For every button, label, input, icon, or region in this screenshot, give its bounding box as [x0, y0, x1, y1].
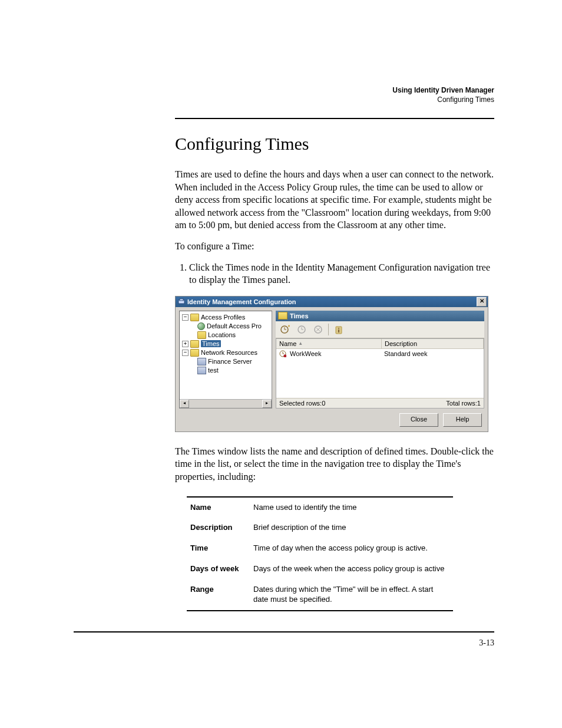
- server-icon: [197, 358, 206, 365]
- expander-minus-icon[interactable]: −: [182, 314, 189, 321]
- server-icon: [197, 367, 206, 374]
- info-icon[interactable]: [331, 322, 346, 337]
- delete-time-icon[interactable]: [310, 322, 326, 337]
- svg-rect-7: [338, 330, 339, 332]
- svg-point-9: [284, 355, 286, 357]
- bottom-rule: [74, 631, 494, 633]
- tree-access-profiles[interactable]: Access Profiles: [201, 314, 245, 321]
- close-button[interactable]: Close: [399, 413, 438, 427]
- tree-finance-server[interactable]: Finance Server: [208, 358, 252, 365]
- scroll-left-icon[interactable]: ◂: [180, 400, 189, 408]
- tree-locations[interactable]: Locations: [208, 331, 236, 338]
- tree-scrollbar[interactable]: ◂ ▸: [180, 399, 272, 408]
- folder-open-icon: [278, 312, 287, 319]
- app-icon: [178, 298, 185, 306]
- prop-val: Days of the week when the access policy …: [250, 559, 453, 579]
- globe-icon: [197, 322, 205, 330]
- steps-list: Click the Times node in the Identity Man…: [175, 261, 494, 286]
- page-title: Configuring Times: [175, 134, 494, 154]
- top-rule: [175, 118, 494, 119]
- expander-minus-icon[interactable]: −: [182, 350, 189, 356]
- help-button[interactable]: Help: [443, 413, 482, 427]
- tree-times-selected[interactable]: Times: [201, 340, 221, 347]
- table-row[interactable]: WorkWeek Standard week: [276, 349, 484, 358]
- edit-time-icon[interactable]: [294, 322, 309, 337]
- folder-icon: [190, 314, 199, 321]
- column-description[interactable]: Description: [382, 339, 484, 348]
- sort-asc-icon: ▲: [298, 341, 303, 346]
- scroll-right-icon[interactable]: ▸: [262, 400, 272, 408]
- tree-test[interactable]: test: [208, 367, 219, 374]
- total-rows: Total rows:1: [446, 400, 481, 407]
- tree-network-resources[interactable]: Network Resources: [201, 349, 257, 356]
- panel-heading: Times: [290, 312, 309, 319]
- row-description: Standard week: [381, 349, 484, 358]
- prop-val: Brief description of the time: [250, 518, 453, 538]
- prop-key: Range: [187, 579, 250, 611]
- tree-default-access[interactable]: Default Access Pro: [207, 322, 262, 330]
- properties-table: NameName used to identify the time Descr…: [187, 496, 453, 611]
- running-header: Using Identity Driven Manager Configurin…: [392, 85, 494, 104]
- clock-icon: [279, 350, 286, 357]
- svg-point-6: [338, 328, 339, 329]
- prop-val: Name used to identify the time: [250, 497, 453, 518]
- new-time-icon[interactable]: [277, 322, 293, 337]
- window-title: Identity Management Configuration: [187, 298, 296, 305]
- close-icon[interactable]: ✕: [477, 297, 487, 307]
- intro-paragraph: Times are used to define the hours and d…: [175, 168, 494, 232]
- prop-val: Time of day when the access policy group…: [250, 538, 453, 559]
- svg-rect-1: [180, 299, 183, 301]
- folder-icon: [190, 340, 199, 348]
- column-name[interactable]: Name ▲: [276, 339, 382, 348]
- screenshot-window: Identity Management Configuration ✕ − Ac…: [175, 296, 488, 432]
- expander-plus-icon[interactable]: +: [182, 341, 189, 347]
- window-titlebar: Identity Management Configuration ✕: [176, 297, 488, 307]
- step-1: Click the Times node in the Identity Man…: [189, 261, 494, 286]
- lead-in: To configure a Time:: [175, 240, 494, 253]
- running-header-sub: Configuring Times: [437, 95, 494, 104]
- folder-icon: [197, 331, 206, 339]
- prop-key: Name: [187, 497, 250, 518]
- running-header-title: Using Identity Driven Manager: [392, 86, 494, 94]
- prop-key: Description: [187, 518, 250, 538]
- grid-statusbar: Selected rows:0 Total rows:1: [276, 398, 484, 408]
- selected-rows: Selected rows:0: [279, 400, 325, 407]
- navigation-tree[interactable]: − Access Profiles Default Access Pro: [179, 311, 272, 409]
- prop-key: Time: [187, 538, 250, 559]
- folder-icon: [190, 349, 199, 357]
- after-shot-paragraph: The Times window lists the name and desc…: [175, 445, 494, 483]
- prop-key: Days of week: [187, 559, 250, 579]
- page-number: 3-13: [74, 638, 494, 648]
- panel-header: Times: [276, 311, 484, 321]
- toolbar-separator: [328, 324, 329, 335]
- row-name: WorkWeek: [290, 350, 321, 357]
- panel-toolbar: [276, 321, 484, 338]
- prop-val: Dates during which the "Time" will be in…: [250, 579, 453, 611]
- times-grid[interactable]: Name ▲ Description WorkWe: [276, 338, 484, 409]
